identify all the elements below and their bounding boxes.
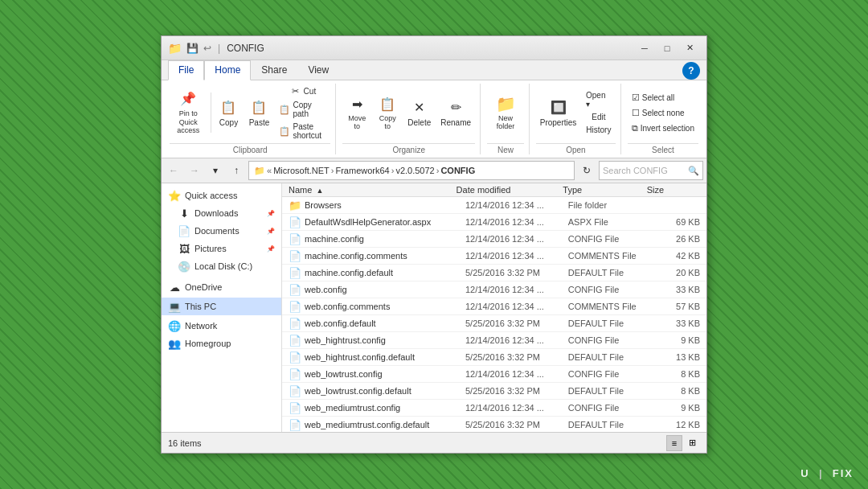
file-icon: 📄: [289, 401, 301, 414]
table-row[interactable]: 📄 web_hightrust.config 12/14/2016 12:34 …: [282, 332, 706, 349]
file-name: machine.config.default: [305, 268, 465, 277]
table-row[interactable]: 📄 web_mediumtrust.config 12/14/2016 12:3…: [282, 400, 706, 417]
col-header-size[interactable]: Size: [647, 185, 700, 195]
tab-file[interactable]: File: [168, 60, 204, 80]
table-row[interactable]: 📄 web.config 12/14/2016 12:34 ... CONFIG…: [282, 281, 706, 298]
tab-home[interactable]: Home: [204, 60, 251, 80]
maximize-button[interactable]: □: [657, 40, 678, 56]
minimize-button[interactable]: ─: [634, 40, 655, 56]
open-buttons: 🔲 Properties Open ▾ Edit History: [536, 84, 616, 142]
local-disk-icon: 💿: [178, 260, 190, 273]
file-size: 8 KB: [649, 369, 700, 379]
pin-to-quick-access-button[interactable]: 📌 Pin to Quickaccess: [170, 88, 207, 138]
table-row[interactable]: 📄 machine.config.comments 12/14/2016 12:…: [282, 248, 706, 265]
tab-view[interactable]: View: [297, 60, 339, 80]
path-separator: «: [267, 166, 272, 175]
sidebar-item-downloads[interactable]: ⬇ Downloads 📌: [162, 204, 281, 222]
file-size: 33 KB: [649, 318, 700, 328]
file-size: 12 KB: [649, 420, 700, 429]
large-icons-view-button[interactable]: ⊞: [684, 435, 700, 451]
paste-shortcut-button[interactable]: 📋 Paste shortcut: [275, 121, 330, 142]
tab-share[interactable]: Share: [251, 60, 297, 80]
table-row[interactable]: 📄 web.config.default 5/25/2016 3:32 PM D…: [282, 315, 706, 332]
explorer-window: 📁 💾 ↩ | CONFIG ─ □ ✕ File Home Share Vie…: [161, 35, 707, 454]
onedrive-icon: ☁: [168, 281, 181, 294]
move-to-button[interactable]: ➡ Moveto: [342, 92, 371, 133]
file-size: 69 KB: [649, 217, 700, 227]
table-row[interactable]: 📄 web_mediumtrust.config.default 5/25/20…: [282, 417, 706, 432]
open-label: Open ▾: [586, 91, 612, 109]
sidebar-item-pictures[interactable]: 🖼 Pictures 📌: [162, 240, 281, 257]
sidebar-label-network: Network: [185, 321, 217, 331]
recent-locations-button[interactable]: ▾: [207, 162, 224, 179]
sidebar-item-documents[interactable]: 📄 Documents 📌: [162, 222, 281, 240]
paste-button[interactable]: 📋 Paste: [244, 97, 273, 129]
path-segment-4[interactable]: CONFIG: [440, 166, 475, 175]
forward-button[interactable]: →: [186, 162, 203, 179]
pictures-pin: 📌: [267, 245, 275, 253]
select-all-button[interactable]: ☑ Select all: [628, 91, 698, 105]
file-date: 12/14/2016 12:34 ...: [465, 217, 568, 227]
file-name: Browsers: [305, 200, 465, 210]
copy-path-button[interactable]: 📋 Copy path: [275, 99, 330, 120]
col-header-date[interactable]: Date modified: [457, 185, 563, 195]
table-row[interactable]: 📄 web_hightrust.config.default 5/25/2016…: [282, 349, 706, 366]
sidebar-item-onedrive[interactable]: ☁ OneDrive: [162, 278, 281, 296]
delete-icon: ✕: [411, 99, 428, 117]
table-row[interactable]: 📄 DefaultWsdlHelpGenerator.aspx 12/14/20…: [282, 214, 706, 231]
select-group: ☑ Select all ☐ Select none ⧉ Invert sele…: [623, 84, 703, 154]
watermark: U | FIX: [800, 467, 854, 479]
invert-label: Invert selection: [641, 124, 694, 133]
new-folder-label: Newfolder: [497, 114, 515, 130]
path-segment-2[interactable]: Framework64: [335, 166, 389, 175]
search-box[interactable]: Search CONFIG 🔍: [599, 161, 703, 180]
copy-to-button[interactable]: 📋 Copyto: [373, 92, 402, 133]
move-to-label: Moveto: [348, 114, 366, 130]
file-name: web_hightrust.config: [305, 335, 465, 345]
col-header-name[interactable]: Name ▲: [289, 185, 457, 195]
select-none-button[interactable]: ☐ Select none: [628, 106, 698, 120]
details-view-button[interactable]: ≡: [666, 435, 682, 451]
properties-button[interactable]: 🔲 Properties: [536, 97, 580, 129]
table-row[interactable]: 📄 machine.config 12/14/2016 12:34 ... CO…: [282, 231, 706, 248]
properties-label: Properties: [540, 118, 577, 127]
history-label: History: [586, 125, 611, 134]
file-size: 20 KB: [649, 268, 700, 277]
save-icon: 💾: [186, 43, 199, 54]
back-button[interactable]: ←: [165, 162, 182, 179]
address-path[interactable]: 📁 « Microsoft.NET › Framework64 › v2.0.5…: [248, 161, 575, 180]
up-button[interactable]: ↑: [227, 162, 245, 179]
close-button[interactable]: ✕: [679, 40, 700, 56]
sidebar-item-this-pc[interactable]: 💻 This PC: [162, 298, 281, 315]
path-segment-3[interactable]: v2.0.5072: [395, 166, 434, 175]
sidebar-item-homegroup[interactable]: 👥 Homegroup: [162, 335, 281, 352]
cut-button[interactable]: ✂ Cut: [275, 84, 330, 98]
help-button[interactable]: ?: [682, 62, 700, 80]
table-row[interactable]: 📄 machine.config.default 5/25/2016 3:32 …: [282, 265, 706, 281]
edit-button[interactable]: Edit: [582, 111, 616, 123]
sidebar-item-quick-access[interactable]: ⭐ Quick access: [162, 187, 281, 204]
copy-button[interactable]: 📋 Copy: [214, 97, 243, 129]
sidebar-item-local-disk[interactable]: 💿 Local Disk (C:): [162, 257, 281, 275]
delete-button[interactable]: ✕ Delete: [403, 97, 435, 129]
sidebar-label-documents: Documents: [194, 226, 240, 236]
new-folder-button[interactable]: 📁 Newfolder: [487, 92, 524, 133]
table-row[interactable]: 📄 web.config.comments 12/14/2016 12:34 .…: [282, 298, 706, 315]
table-row[interactable]: 📄 web_lowtrust.config 12/14/2016 12:34 .…: [282, 366, 706, 383]
clipboard-label: Clipboard: [170, 143, 330, 154]
open-button[interactable]: Open ▾: [582, 89, 616, 110]
invert-selection-button[interactable]: ⧉ Invert selection: [628, 121, 698, 135]
rename-button[interactable]: ✏ Rename: [436, 97, 475, 129]
history-button[interactable]: History: [582, 124, 616, 136]
file-icon: 📄: [289, 351, 301, 364]
path-segment-1[interactable]: Microsoft.NET: [273, 166, 330, 175]
refresh-button[interactable]: ↻: [578, 162, 596, 179]
table-row[interactable]: 📁 Browsers 12/14/2016 12:34 ... File fol…: [282, 197, 706, 214]
col-header-type[interactable]: Type: [563, 185, 646, 195]
paste-label: Paste: [249, 118, 270, 127]
sidebar-item-network[interactable]: 🌐 Network: [162, 317, 281, 335]
table-row[interactable]: 📄 web_lowtrust.config.default 5/25/2016 …: [282, 383, 706, 400]
file-type: DEFAULT File: [568, 268, 649, 277]
select-all-label: Select all: [642, 93, 675, 102]
file-icon: 📄: [289, 317, 301, 330]
